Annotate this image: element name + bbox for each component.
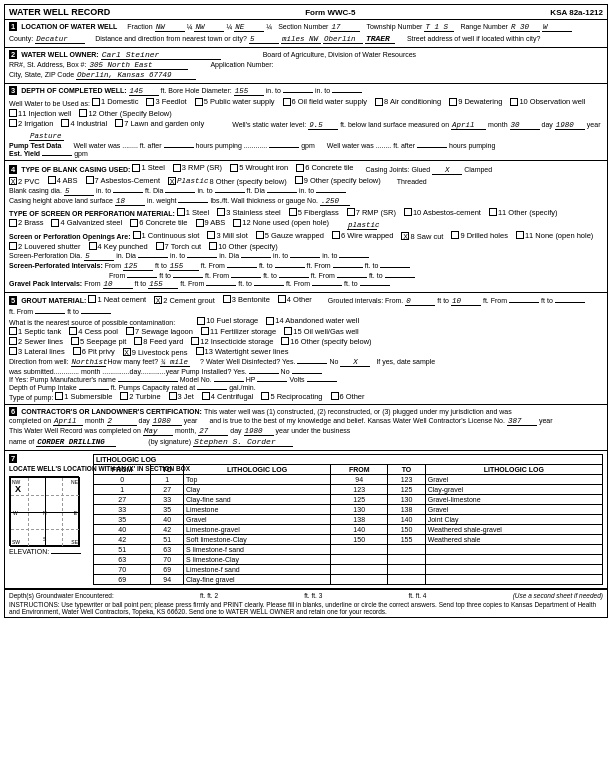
clamped-x: X — [432, 166, 462, 175]
from2-cell — [331, 575, 388, 585]
open3-check — [207, 231, 215, 239]
use2-check — [9, 119, 17, 127]
litho-table-header: LITHOLOGIC LOG — [96, 456, 156, 463]
owner-address: 305 North East — [88, 61, 188, 70]
from2-cell — [331, 565, 388, 575]
casing2-check — [9, 177, 17, 185]
desc2-cell — [425, 545, 602, 555]
section-map: NW NE SW SE X N S W E — [9, 476, 79, 546]
table-row: 33 35 Limestone 130 138 Gravel — [94, 505, 603, 515]
cont12-check — [191, 337, 199, 345]
from1-cell: 51 — [94, 545, 151, 555]
range-dir-val: W — [542, 23, 572, 32]
open9-check — [451, 231, 459, 239]
bore-to2 — [332, 92, 362, 93]
est-yield — [42, 155, 72, 156]
cont13-check — [196, 347, 204, 355]
screen11-check — [489, 208, 497, 216]
desc2-cell: Gravel-limestone — [425, 495, 602, 505]
casing6-check — [296, 164, 304, 172]
direction-val: miles NW — [281, 35, 321, 44]
grout-from: 0 — [405, 297, 435, 306]
from2-cell: 94 — [331, 475, 388, 485]
desc1-cell: Limestone — [184, 505, 331, 515]
from1-cell: 33 — [94, 505, 151, 515]
grout4-check — [278, 295, 286, 303]
cont10-check — [197, 317, 205, 325]
from1-cell: 40 — [94, 525, 151, 535]
section-grout: 5 GROUT MATERIAL: 1 Neat cement 2 Cement… — [5, 293, 607, 406]
to2-cell — [388, 555, 425, 565]
cont-distance: ¼ mile — [160, 358, 190, 367]
desc1-cell: Gravel — [184, 515, 331, 525]
table-row: 1 27 Clay 123 125 Clay-gravel — [94, 485, 603, 495]
township-val: T 1 S — [424, 23, 454, 32]
county-row: County: Decatur Distance and direction f… — [9, 34, 603, 44]
open8-check — [401, 232, 409, 240]
use12-check — [79, 109, 87, 117]
screen9-check — [196, 219, 204, 227]
fraction2-val: NW — [194, 23, 224, 32]
from1-cell: 70 — [94, 565, 151, 575]
use7-check — [115, 119, 123, 127]
table-row: 27 33 Clay-fine sand 125 130 Gravel-lime… — [94, 495, 603, 505]
section6-num: 6 — [9, 407, 17, 416]
cont2-check — [9, 337, 17, 345]
section-owner: 2 WATER WELL OWNER: Carl Steiner Board o… — [5, 48, 607, 84]
bore-to — [283, 92, 313, 93]
gravel-from1: 10 — [103, 280, 133, 289]
to2-cell: 140 — [388, 515, 425, 525]
desc2-cell: Weathered shale — [425, 535, 602, 545]
from1-cell: 1 — [94, 485, 151, 495]
casing5-check — [230, 164, 238, 172]
from2-cell: 150 — [331, 535, 388, 545]
cont11-check — [201, 327, 209, 335]
section1-num: 1 — [9, 22, 17, 31]
fraction-label: Fraction — [127, 23, 152, 30]
open1-check — [133, 231, 141, 239]
owner-city: Oberlin, Kansas 67749 — [76, 71, 196, 80]
to1-cell: 94 — [151, 575, 184, 585]
cont3-check — [9, 347, 17, 355]
table-row: 42 51 Soft limestone-Clay 150 155 Weathe… — [94, 535, 603, 545]
open6-check — [332, 231, 340, 239]
to2-cell: 130 — [388, 495, 425, 505]
casing4-check — [48, 176, 56, 184]
screen-dia: 5 — [84, 252, 114, 261]
from2-cell — [331, 555, 388, 565]
cert-month: April — [53, 417, 83, 426]
from1-cell: 42 — [94, 535, 151, 545]
location-map-container: 7 LOCATE WELL'S LOCATION WITH AN 'X' IN … — [9, 454, 89, 585]
fraction1-val: NW — [155, 23, 185, 32]
to2-cell: 125 — [388, 485, 425, 495]
grout2-check — [154, 296, 162, 304]
screen-to1: 155 — [169, 262, 199, 271]
to1-cell: 1 — [151, 475, 184, 485]
well-location-x: X — [15, 484, 21, 494]
pump1-check — [55, 392, 63, 400]
to1-cell: 40 — [151, 515, 184, 525]
grout3-check — [223, 295, 231, 303]
col-desc1: LITHOLOGIC LOG — [184, 465, 331, 475]
cont9-check — [123, 348, 131, 356]
section-casing: 4 TYPE OF BLANK CASING USED: 1 Steel 3 R… — [5, 161, 607, 293]
section-num-val: 17 — [330, 23, 360, 32]
from2-cell: 130 — [331, 505, 388, 515]
section-litho: 7 LOCATE WELL'S LOCATION WITH AN 'X' IN … — [5, 451, 607, 589]
col-from1: FROM — [94, 465, 151, 475]
to1-cell: 35 — [151, 505, 184, 515]
desc1-cell: Soft limestone-Clay — [184, 535, 331, 545]
desc1-cell: Limestone-gravel — [184, 525, 331, 535]
table-row: 40 42 Limestone-gravel 140 150 Weathered… — [94, 525, 603, 535]
cont-direction: Northist — [71, 358, 106, 367]
screen5-check — [289, 208, 297, 216]
cont15-check — [284, 327, 292, 335]
header-form: Form WWC-5 — [305, 8, 355, 17]
depth-val: 145 — [129, 87, 159, 96]
disinfect-no: X — [340, 358, 370, 367]
owner-name: Carl Steiner — [101, 50, 221, 60]
cont8-check — [134, 337, 142, 345]
use5-check — [195, 98, 203, 106]
screen7-check — [347, 208, 355, 216]
completed-year: 1980 — [244, 427, 274, 436]
